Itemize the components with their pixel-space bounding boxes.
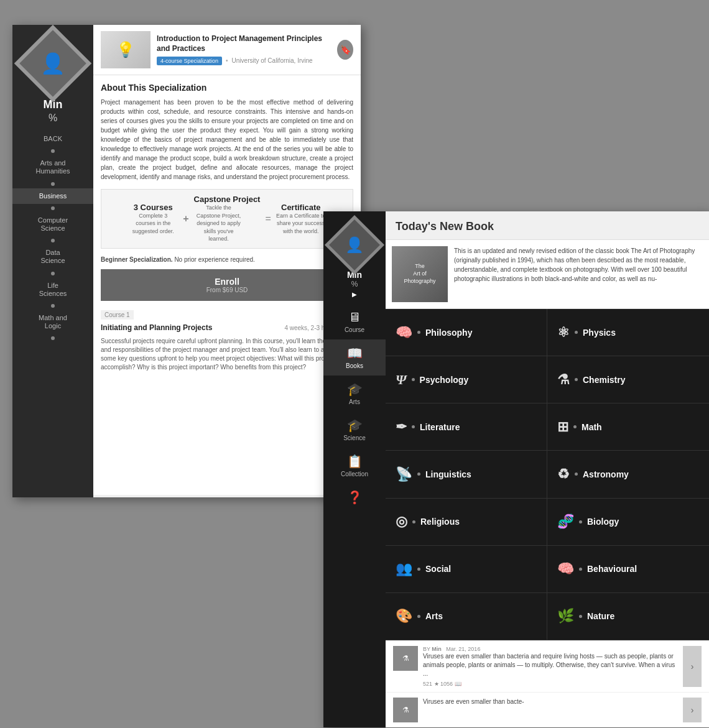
spec-courses: 3 Courses Complete 3 courses in the sugg… — [128, 203, 178, 236]
beginner-label: Beginner Specialization. — [101, 256, 173, 263]
sidebar-item-life[interactable]: LifeSciences — [12, 278, 93, 302]
specialization-bar: 3 Courses Complete 3 courses in the sugg… — [101, 189, 353, 249]
enroll-button[interactable]: Enroll From $69 USD — [101, 269, 353, 301]
book-row-icon-2: ⚗ — [393, 698, 418, 722]
category-behavioural-label: Behavioural — [587, 564, 637, 574]
cat-dot — [579, 568, 582, 571]
category-psychology-label: Psychology — [420, 375, 469, 385]
category-nature-label: Nature — [587, 611, 614, 621]
sidebar-item-business[interactable]: Business — [12, 188, 93, 204]
about-title: About This Specialization — [101, 83, 353, 93]
category-physics[interactable]: ⚛ Physics — [547, 309, 709, 356]
today-book: TheArt ofPhotography This is an updated … — [386, 240, 709, 309]
category-biology-label: Biology — [587, 517, 619, 527]
sidebar-item-cs[interactable]: ComputerScience — [12, 213, 93, 236]
category-social[interactable]: 👥 Social — [386, 546, 547, 593]
category-psychology[interactable]: Ψ Psychology — [386, 356, 547, 403]
nav-help[interactable]: ❓ — [323, 484, 386, 511]
categories-grid: 🧠 Philosophy ⚛ Physics Ψ Psychology ⚗ Ch… — [386, 309, 709, 640]
category-religious[interactable]: ◎ Religious — [386, 499, 547, 546]
book-row-stats-1: 521 ★ 1056 📖 — [423, 681, 678, 687]
bookmark-button[interactable]: 🔖 — [337, 40, 353, 60]
nav-back[interactable]: BACK — [12, 131, 93, 147]
spec-eq: = — [265, 213, 271, 224]
next-button-1[interactable]: › — [683, 646, 702, 687]
biology-icon: 🧬 — [557, 514, 574, 530]
chemistry-icon: ⚗ — [557, 372, 570, 388]
arts-icon: 🎓 — [347, 382, 363, 397]
cat-dot — [579, 615, 582, 618]
social-icon: 👥 — [396, 561, 412, 577]
category-linguistics-label: Linguistics — [425, 469, 471, 479]
nav-course-label: Course — [345, 326, 364, 333]
religious-icon: ◎ — [396, 514, 407, 530]
category-chemistry[interactable]: ⚗ Chemistry — [547, 356, 709, 403]
nav-dot-3 — [51, 239, 55, 242]
nav-dot-5 — [51, 304, 55, 308]
book-row-1: ⚗ BY Min Mar. 21, 2016 Viruses are even … — [386, 640, 709, 692]
nav-books[interactable]: 📖 Books — [323, 339, 386, 376]
course-university: University of California, Irvine — [232, 57, 313, 64]
nav-dot-6 — [51, 336, 55, 340]
sidebar-item-math[interactable]: Math andLogic — [12, 310, 93, 334]
category-behavioural[interactable]: 🧠 Behavioural — [547, 546, 709, 593]
cat-dot — [417, 331, 420, 334]
beginner-text: Beginner Specialization. No prior experi… — [101, 256, 353, 263]
category-astronomy[interactable]: ♻ Astronomy — [547, 451, 709, 498]
course-info: Introduction to Project Management Princ… — [157, 34, 331, 65]
book-row-meta-1: BY Min Mar. 21, 2016 Viruses are even sm… — [423, 646, 678, 687]
literature-icon: ✒ — [396, 419, 407, 435]
category-philosophy[interactable]: 🧠 Philosophy — [386, 309, 547, 356]
category-math[interactable]: ⊞ Math — [547, 403, 709, 451]
course-item-1: Initiating and Planning Projects 4 weeks… — [101, 323, 353, 372]
category-social-label: Social — [425, 564, 451, 574]
nav-left: BACK Arts andHumanities Business Compute… — [12, 131, 93, 343]
avatar-face-sm: 👤 — [345, 236, 364, 254]
course-body: About This Specialization Project manage… — [93, 75, 361, 495]
play-icon[interactable]: ▶ — [352, 291, 357, 298]
category-nature[interactable]: 🌿 Nature — [547, 593, 709, 640]
panel-course-detail: 👤 Min % BACK Arts andHumanities Business… — [12, 25, 361, 497]
cat-dot — [573, 425, 577, 428]
category-arts[interactable]: 🎨 Arts — [386, 593, 547, 640]
nav-collection[interactable]: 📋 Collection — [323, 448, 386, 484]
avatar-inner: 👤 — [19, 30, 86, 96]
nav-books-label: Books — [346, 362, 363, 369]
spec-plus: + — [183, 213, 188, 224]
book-thumbnail: TheArt ofPhotography — [392, 246, 448, 302]
category-philosophy-label: Philosophy — [425, 328, 472, 338]
avatar-inner-sm: 👤 — [329, 219, 380, 270]
sidebar-item-data[interactable]: DataScience — [12, 245, 93, 269]
category-literature[interactable]: ✒ Literature — [386, 403, 547, 451]
avatar-sm: 👤 — [333, 224, 376, 266]
next-button-2[interactable]: › — [683, 698, 702, 722]
category-biology[interactable]: 🧬 Biology — [547, 499, 709, 546]
course-title: Introduction to Project Management Princ… — [157, 34, 331, 53]
nav-course[interactable]: 🖥 Course — [323, 304, 386, 339]
user-icon: % — [49, 113, 57, 124]
book-row-author-1: BY Min Mar. 21, 2016 — [423, 646, 678, 652]
category-linguistics[interactable]: 📡 Linguistics — [386, 451, 547, 498]
cat-dot — [412, 378, 415, 381]
today-header: Today's New Book — [386, 211, 709, 240]
cat-dot — [417, 472, 420, 476]
course-content: 💡 Introduction to Project Management Pri… — [93, 25, 361, 497]
psychology-icon: Ψ — [396, 372, 407, 388]
course-number: Course 1 — [101, 310, 134, 320]
nav-arts-label: Arts — [349, 399, 360, 405]
nav-arts[interactable]: 🎓 Arts — [323, 376, 386, 412]
course-badge: 4-course Specialization — [157, 57, 222, 65]
book-description: This is an updated and newly revised edi… — [454, 246, 703, 302]
book-row-2: ⚗ Viruses are even smaller than bacte- › — [386, 692, 709, 727]
behavioural-icon: 🧠 — [557, 561, 574, 577]
avatar-face: 👤 — [40, 52, 65, 75]
course1-desc: Successful projects require careful upfr… — [101, 337, 353, 372]
arts-cat-icon: 🎨 — [396, 608, 412, 624]
category-astronomy-label: Astronomy — [583, 469, 629, 479]
cat-dot — [417, 568, 420, 571]
nav-science[interactable]: 🎓 Science — [323, 412, 386, 448]
help-icon: ❓ — [347, 490, 363, 505]
sidebar-item-arts[interactable]: Arts andHumanities — [12, 155, 93, 179]
cat-dot — [575, 378, 578, 381]
cat-dot — [412, 520, 415, 523]
